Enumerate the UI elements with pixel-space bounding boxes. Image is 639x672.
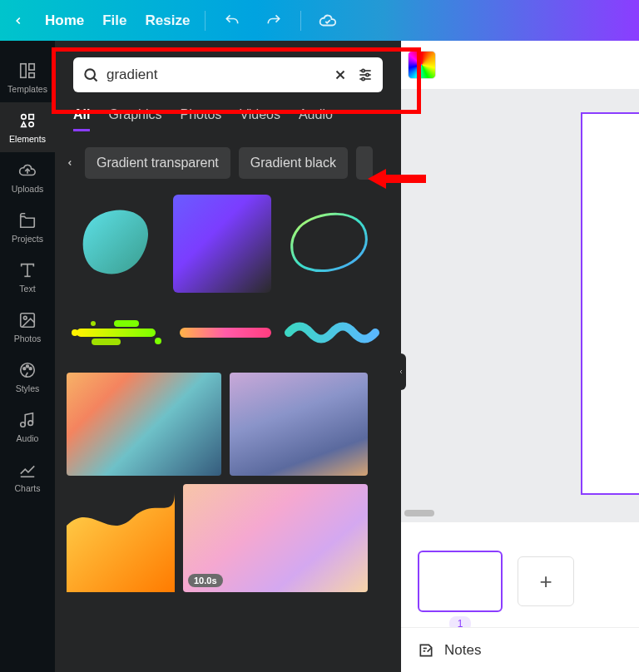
svg-point-14 — [21, 422, 26, 427]
rail-label: Audio — [17, 433, 39, 443]
svg-rect-4 — [29, 115, 34, 120]
result-dusk-gradient[interactable] — [230, 373, 368, 476]
cloud-sync-icon[interactable] — [316, 9, 339, 32]
svg-point-21 — [362, 69, 364, 72]
projects-icon — [17, 210, 37, 230]
color-picker-chip[interactable] — [408, 51, 436, 79]
svg-rect-2 — [29, 73, 34, 78]
result-warm-gradient[interactable] — [67, 373, 221, 476]
clear-search-icon[interactable] — [331, 66, 349, 84]
rail-text[interactable]: Text — [0, 252, 55, 302]
rail-charts[interactable]: Charts — [0, 452, 55, 502]
svg-point-23 — [366, 73, 369, 76]
tab-graphics[interactable]: Graphics — [108, 107, 161, 131]
tab-audio[interactable]: Audio — [299, 107, 333, 131]
rail-uploads[interactable]: Uploads — [0, 152, 55, 202]
svg-point-9 — [23, 316, 27, 319]
rail-audio[interactable]: Audio — [0, 402, 55, 452]
rail-elements[interactable]: Elements — [0, 102, 55, 152]
redo-icon[interactable] — [262, 9, 285, 32]
add-page-button[interactable]: + — [518, 556, 574, 606]
svg-point-12 — [29, 368, 32, 370]
result-green-streak[interactable] — [68, 316, 166, 349]
bottom-bar: Notes — [401, 627, 639, 672]
svg-rect-30 — [92, 338, 121, 345]
rail-label: Text — [19, 284, 35, 294]
search-icon — [82, 66, 100, 84]
rail-templates[interactable]: Templates — [0, 52, 55, 102]
results-grid: 10.0s — [55, 195, 401, 672]
svg-point-16 — [85, 69, 95, 79]
rail-photos[interactable]: Photos — [0, 302, 55, 352]
uploads-icon — [17, 161, 37, 180]
tag-gradient-transparent[interactable]: Gradient transparent — [85, 147, 230, 179]
svg-marker-5 — [22, 122, 27, 127]
nav-home[interactable]: Home — [45, 12, 84, 29]
svg-point-3 — [22, 115, 27, 120]
svg-point-25 — [362, 77, 364, 80]
svg-point-13 — [27, 365, 29, 368]
rail-label: Styles — [16, 383, 40, 393]
result-orange-wave[interactable] — [67, 484, 175, 592]
result-pink-streak[interactable] — [176, 316, 275, 349]
nav-resize[interactable]: Resize — [146, 12, 191, 29]
page-thumbnails-row: 1 + — [401, 536, 639, 627]
separator — [300, 11, 301, 31]
rail-label: Projects — [12, 234, 43, 244]
canvas-page[interactable] — [581, 112, 639, 495]
page-thumbnail-1[interactable] — [418, 551, 503, 612]
scrollbar-thumb[interactable] — [404, 510, 434, 516]
rail-projects[interactable]: Projects — [0, 202, 55, 252]
canvas-area: 1 + Notes — [401, 41, 639, 672]
audio-icon — [17, 410, 37, 430]
notes-icon[interactable] — [418, 642, 434, 659]
panel-collapse-handle[interactable] — [396, 353, 406, 390]
svg-rect-1 — [29, 64, 34, 70]
svg-point-15 — [28, 421, 32, 426]
undo-icon[interactable] — [220, 9, 244, 32]
styles-icon — [17, 360, 37, 380]
horizontal-scrollbar — [401, 510, 639, 520]
rail-styles[interactable]: Styles — [0, 352, 55, 402]
rail-label: Charts — [15, 483, 41, 493]
side-rail: Templates Elements Uploads Projects Text… — [0, 41, 55, 672]
charts-icon — [17, 460, 37, 480]
search-area — [55, 41, 401, 102]
separator — [205, 11, 206, 31]
back-chevron-icon[interactable] — [10, 12, 27, 29]
top-bar: Home File Resize — [0, 0, 639, 41]
filter-icon[interactable] — [356, 66, 374, 84]
rail-label: Templates — [7, 84, 47, 94]
canvas-viewport[interactable] — [401, 89, 639, 522]
svg-rect-0 — [21, 64, 26, 78]
tab-videos[interactable]: Videos — [240, 107, 280, 131]
tags-scroll-left-icon[interactable] — [63, 157, 77, 169]
photos-icon — [17, 310, 37, 330]
rail-label: Photos — [14, 334, 42, 343]
svg-point-28 — [91, 321, 96, 326]
svg-line-17 — [94, 78, 97, 82]
video-duration-badge: 10.0s — [188, 574, 223, 587]
result-blob-shape[interactable] — [67, 195, 165, 293]
tab-all[interactable]: All — [73, 107, 90, 131]
svg-point-31 — [155, 338, 161, 344]
tag-gradient-black[interactable]: Gradient black — [239, 147, 348, 179]
search-input[interactable] — [106, 67, 324, 83]
rail-label: Uploads — [12, 184, 44, 194]
svg-point-27 — [72, 329, 78, 336]
notes-button[interactable]: Notes — [444, 642, 481, 659]
templates-icon — [17, 61, 37, 81]
result-pastel-video[interactable]: 10.0s — [183, 484, 368, 592]
suggestion-tags: Gradient transparent Gradient black — [55, 131, 401, 195]
tab-photos[interactable]: Photos — [180, 107, 221, 131]
elements-panel: All Graphics Photos Videos Audio Gradien… — [55, 41, 401, 672]
category-tabs: All Graphics Photos Videos Audio — [55, 102, 401, 131]
svg-point-11 — [23, 368, 26, 370]
text-icon — [17, 260, 37, 280]
tag-overflow[interactable] — [356, 146, 373, 180]
result-purple-square[interactable] — [173, 195, 271, 293]
search-box — [73, 57, 383, 92]
result-outline-oval[interactable] — [280, 195, 378, 293]
result-wave-line[interactable] — [285, 316, 383, 349]
nav-file[interactable]: File — [102, 12, 126, 29]
